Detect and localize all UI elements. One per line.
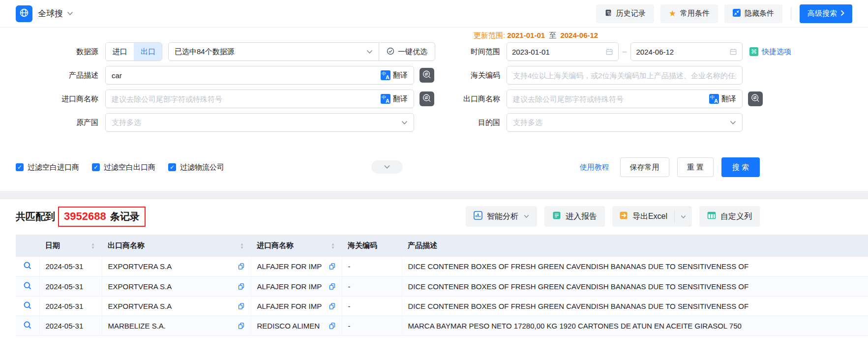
column-header[interactable]: 进口商名称▲▼ xyxy=(251,235,342,257)
sort-icon[interactable]: ▲▼ xyxy=(331,242,335,249)
product-desc-label: 产品描述 xyxy=(16,71,98,80)
command-icon: ⌘ xyxy=(749,47,758,56)
synonym-search-button[interactable] xyxy=(419,68,434,83)
translate-icon: 中A xyxy=(381,70,390,80)
enter-report-button[interactable]: 进入报告 xyxy=(544,206,605,227)
chevron-down-icon xyxy=(401,121,408,125)
column-header: 海关编码 xyxy=(342,235,402,257)
app-logo xyxy=(16,5,32,22)
importer-name-label: 进口商名称 xyxy=(16,94,98,104)
filter-blank-exporter-checkbox[interactable]: ✓ 过滤空白出口商 xyxy=(92,163,155,172)
table-row[interactable]: 2024-05-31MARBELIZE S.A.REDISCO ALIMEN-M… xyxy=(16,316,868,335)
export-options-button[interactable] xyxy=(675,206,692,227)
update-range-end: 2024-06-12 xyxy=(560,31,598,39)
swap-search-icon xyxy=(750,93,760,105)
reset-button[interactable]: 重 置 xyxy=(677,157,714,177)
header-cell-empty xyxy=(16,235,39,257)
translate-button[interactable]: 中A 翻译 xyxy=(709,94,736,104)
sort-icon[interactable]: ▲▼ xyxy=(91,242,95,249)
search-form: 更新范围: 2021-01-01 至 2024-06-12 数据源 进口 出口 … xyxy=(0,28,868,191)
checkbox-checked-icon: ✓ xyxy=(16,163,24,171)
export-excel-button[interactable]: 导出Excel xyxy=(612,206,674,227)
table-row[interactable]: 2024-05-31EXPORTVERA S.AALFAJER FOR IMP-… xyxy=(16,257,868,276)
export-excel-label: 导出Excel xyxy=(632,211,667,222)
product-desc-input[interactable] xyxy=(112,71,377,80)
export-excel-group: 导出Excel xyxy=(612,206,692,227)
chevron-down-icon xyxy=(681,212,686,221)
exporter-name-input[interactable] xyxy=(513,95,705,103)
copy-icon[interactable] xyxy=(238,283,245,290)
row-search-icon[interactable] xyxy=(23,301,32,310)
translate-button[interactable]: 中A 翻译 xyxy=(381,94,408,104)
synonym-search-button[interactable] xyxy=(748,91,763,106)
column-header[interactable]: 日期▲▼ xyxy=(39,235,102,257)
count-annotation-box: 3952688 条记录 xyxy=(58,207,146,227)
checkbox-checked-icon: ✓ xyxy=(92,163,100,171)
match-prefix: 共匹配到 xyxy=(16,210,55,223)
smart-analysis-button[interactable]: 智能分析 xyxy=(466,206,537,227)
cell-exporter: EXPORTVERA S.A xyxy=(102,276,251,296)
origin-country-select[interactable]: 支持多选 xyxy=(105,113,414,132)
copy-icon[interactable] xyxy=(238,322,245,330)
start-date-input[interactable]: 2023-01-01 xyxy=(507,42,619,61)
copy-icon[interactable] xyxy=(329,322,336,330)
chevron-down-icon xyxy=(384,163,390,171)
cell-product: MARCA BAYMAR PESO NETO 17280,00 KG 1920 … xyxy=(402,316,868,335)
advanced-search-button[interactable]: 高级搜索 xyxy=(800,4,852,23)
chevron-down-icon xyxy=(730,121,736,125)
sort-icon[interactable]: ▲▼ xyxy=(240,242,244,249)
data-source-select[interactable]: 已选中84个数据源 xyxy=(169,43,379,60)
star-icon: ★ xyxy=(669,9,676,18)
favorites-button[interactable]: ★ 常用条件 xyxy=(660,4,718,23)
copy-icon[interactable] xyxy=(329,283,336,290)
tutorial-link[interactable]: 使用教程 xyxy=(580,163,609,172)
update-range-label: 更新范围: xyxy=(474,31,505,39)
table-row[interactable]: 2024-05-31EXPORTVERA S.AALFAJER FOR IMP-… xyxy=(16,296,868,316)
checkbox-label: 过滤空白进口商 xyxy=(28,163,79,172)
table-row[interactable]: 2024-05-31EXPORTVERA S.AALFAJER FOR IMP-… xyxy=(16,276,868,296)
destination-country-select[interactable]: 支持多选 xyxy=(507,113,743,132)
export-tab[interactable]: 出口 xyxy=(134,43,162,60)
history-label: 历史记录 xyxy=(616,9,646,18)
columns-grid-icon xyxy=(707,211,716,222)
cell-hscode: - xyxy=(342,276,402,296)
copy-icon[interactable] xyxy=(329,302,336,310)
row-search-icon[interactable] xyxy=(23,261,32,270)
importer-name-field: 中A 翻译 xyxy=(105,90,414,108)
filter-blank-importer-checkbox[interactable]: ✓ 过滤空白进口商 xyxy=(16,163,79,172)
data-source-group: 已选中84个数据源 一键优选 xyxy=(168,42,435,61)
swap-search-icon xyxy=(422,70,432,81)
column-header[interactable]: 出口商名称▲▼ xyxy=(102,235,251,257)
divider xyxy=(791,7,791,20)
translate-button[interactable]: 中A 翻译 xyxy=(381,70,408,80)
synonym-search-button[interactable] xyxy=(419,91,434,106)
cell-hscode: - xyxy=(342,257,402,276)
row-search-icon[interactable] xyxy=(23,321,32,330)
importer-name-input[interactable] xyxy=(112,95,377,103)
cell-hscode: - xyxy=(342,296,402,316)
cell-importer: ALFAJER FOR IMP xyxy=(251,296,342,316)
results-section: 共匹配到 3952688 条记录 智能分析 进入报告 xyxy=(0,199,868,336)
save-common-button[interactable]: 保存常用 xyxy=(620,157,669,177)
copy-icon[interactable] xyxy=(238,302,245,310)
copy-icon[interactable] xyxy=(329,263,336,270)
copy-icon[interactable] xyxy=(238,263,245,270)
chevron-right-icon xyxy=(840,9,844,18)
row-search-icon[interactable] xyxy=(23,281,32,290)
one-click-optimize-button[interactable]: 一键优选 xyxy=(379,43,435,60)
end-date-input[interactable]: 2024-06-12 xyxy=(630,42,743,61)
column-label: 产品描述 xyxy=(408,241,437,250)
match-count-title: 共匹配到 3952688 条记录 xyxy=(16,207,146,227)
results-header: 共匹配到 3952688 条记录 智能分析 进入报告 xyxy=(0,199,868,227)
quick-options-button[interactable]: ⌘ 快捷选项 xyxy=(749,47,791,57)
search-button[interactable]: 搜 索 xyxy=(721,157,760,177)
cell-product: DICE CONTENER BOXES OF FRESH GREEN CAVEN… xyxy=(402,276,868,296)
hs-code-input[interactable] xyxy=(513,71,736,80)
app-chevron-down-icon[interactable] xyxy=(67,11,73,16)
filter-logistics-checkbox[interactable]: ✓ 过滤物流公司 xyxy=(168,163,224,172)
custom-columns-button[interactable]: 自定义列 xyxy=(699,206,760,227)
import-tab[interactable]: 进口 xyxy=(106,43,134,60)
hide-conditions-button[interactable]: 隐藏条件 xyxy=(724,4,782,23)
history-button[interactable]: 历史记录 xyxy=(596,4,654,23)
collapse-form-button[interactable] xyxy=(371,160,403,174)
